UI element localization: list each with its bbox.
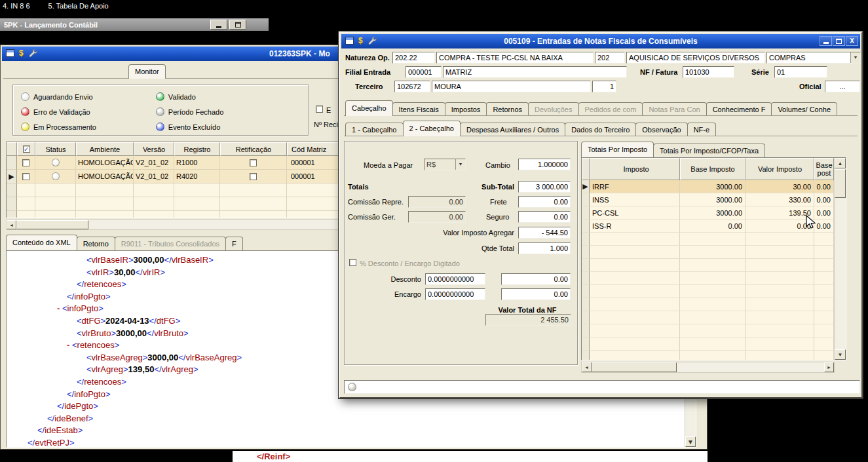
natureza-code2-field[interactable]: 202 xyxy=(595,52,625,64)
filial-code-field[interactable]: 000001 xyxy=(406,66,442,78)
terceiro-loja-field[interactable]: 1 xyxy=(592,81,616,92)
encargo-pct-field[interactable]: 0.0000000000 xyxy=(425,288,485,300)
scroll-down-icon[interactable]: ▼ xyxy=(835,349,846,360)
taxtab-totais-por-imposto-cfop-taxa[interactable]: Totais Por Imposto/CFOP/Taxa xyxy=(653,144,765,157)
tax-grid-row[interactable]: PC-CSL3000.00139.500.00 xyxy=(582,206,834,220)
desconto-valor-field[interactable]: 0.00 xyxy=(501,273,571,285)
subtab-1-cabe-alho[interactable]: 1 - Cabeçalho xyxy=(345,123,404,136)
tab-impostos[interactable]: Impostos xyxy=(445,102,487,116)
xml-value: 139,50 xyxy=(128,364,155,374)
chevron-down-icon[interactable]: ▼ xyxy=(455,159,465,170)
xml-tag: <dtFG> xyxy=(77,316,105,326)
desconto-digitado-checkbox[interactable] xyxy=(349,259,356,266)
tax-grid-row[interactable]: INSS3000.00330.000.00 xyxy=(582,193,834,206)
cambio-field[interactable]: 1.000000 xyxy=(518,159,571,170)
subtab-nf-e[interactable]: NF-e xyxy=(687,123,716,136)
row-selector xyxy=(582,206,590,220)
nf-fatura-field[interactable]: 101030 xyxy=(683,66,734,78)
column-header-valor-imposto[interactable]: Valor Imposto xyxy=(745,158,814,180)
close-button[interactable]: X xyxy=(846,36,858,46)
collapse-toggle[interactable]: - xyxy=(57,303,62,313)
tab-devolu-es: Devoluções xyxy=(528,102,578,116)
tipo-compras-dropdown[interactable]: COMPRAS ▼ xyxy=(766,52,861,64)
maximize-button[interactable] xyxy=(833,36,845,46)
nf-window-titlebar[interactable]: $ 005109 - Entradas de Notas Fiscais de … xyxy=(341,34,860,48)
scrollbar-thumb[interactable] xyxy=(835,169,846,198)
tab-cabe-alho[interactable]: Cabeçalho xyxy=(345,100,393,116)
tab-conhecimento-f[interactable]: Conhecimento F xyxy=(706,102,772,116)
column-header-ambiente[interactable]: Ambiente xyxy=(76,142,134,156)
terceiro-code-field[interactable]: 102672 xyxy=(394,81,430,92)
side-checkbox-label: E xyxy=(326,106,331,114)
subtab-2-cabe-alho[interactable]: 2 - Cabeçalho xyxy=(403,121,461,136)
imposto-cell: INSS xyxy=(590,193,680,206)
subtab-dados-do-terceiro[interactable]: Dados do Terceiro xyxy=(565,123,636,136)
terceiro-desc-field[interactable]: MOURA xyxy=(432,81,591,92)
retificacao-cell[interactable] xyxy=(220,170,287,183)
desconto-digitado-label: % Desconto / Encargo Digitado xyxy=(360,260,460,267)
maximize-button[interactable] xyxy=(229,20,246,29)
row-selector xyxy=(582,220,590,233)
minimize-button[interactable] xyxy=(210,20,227,29)
column-header-status[interactable]: Status xyxy=(35,142,76,156)
retificacao-cell[interactable] xyxy=(220,156,287,170)
status-dot-icon xyxy=(52,172,60,180)
tab-f[interactable]: F xyxy=(225,237,243,250)
tab-itens-fiscais[interactable]: Itens Fiscais xyxy=(392,102,445,116)
tax-grid-row[interactable]: ISS-R0.000.000.00 xyxy=(582,220,834,233)
taxtab-totais-por-imposto[interactable]: Totais Por Imposto xyxy=(581,142,654,157)
row-checkbox-cell[interactable] xyxy=(17,156,35,170)
filial-desc-field[interactable]: MATRIZ xyxy=(443,66,627,78)
menu-item-in86[interactable]: 4. IN 8 6 xyxy=(3,2,30,10)
column-header-registro[interactable]: Registro xyxy=(174,142,220,156)
tab-volumes-conhe[interactable]: Volumes/ Conhe xyxy=(771,102,837,116)
serie-field[interactable]: 01 xyxy=(774,66,827,78)
encargo-valor-field[interactable]: 0.00 xyxy=(501,288,571,300)
tab-retorno[interactable]: Retorno xyxy=(77,237,115,250)
moeda-dropdown[interactable]: R$ ▼ xyxy=(424,159,466,170)
subtab-observa-o[interactable]: Observação xyxy=(635,123,687,136)
scroll-right-icon[interactable]: ► xyxy=(824,362,834,372)
qtde-total-field[interactable]: 1.000 xyxy=(518,242,571,254)
scroll-left-icon[interactable]: ◄ xyxy=(582,362,592,372)
column-header-base-imposto[interactable]: Base Imposto xyxy=(680,158,745,180)
tab-conte-do-do-xml[interactable]: Conteúdo do XML xyxy=(6,235,77,250)
imposto-agregar-field[interactable]: - 544.50 xyxy=(518,227,571,239)
row-checkbox-cell[interactable] xyxy=(17,170,35,183)
tax-hscrollbar[interactable]: ◄ ► xyxy=(581,362,835,373)
desconto-pct-field[interactable]: 0.0000000000 xyxy=(425,273,485,285)
seguro-field[interactable]: 0.00 xyxy=(518,211,571,223)
scrollbar-thumb[interactable] xyxy=(16,220,88,229)
scrollbar-thumb[interactable] xyxy=(592,362,677,372)
column-header-retifica-o[interactable]: Retificação xyxy=(220,142,287,156)
select-all-header[interactable] xyxy=(17,142,35,156)
side-checkbox[interactable] xyxy=(316,106,323,113)
total-nf-field: 2 455.50 xyxy=(485,314,571,326)
scroll-up-icon[interactable]: ▲ xyxy=(835,158,846,168)
chevron-down-icon[interactable]: ▼ xyxy=(850,52,860,63)
oficial-picker-button[interactable]: ... xyxy=(825,81,860,92)
scroll-left-icon[interactable]: ◄ xyxy=(7,220,16,229)
subtab-despesas-auxiliares-outros[interactable]: Despesas Auxiliares / Outros xyxy=(460,123,565,136)
natureza-code-field[interactable]: 202.22 xyxy=(392,52,435,64)
column-header-base-post[interactable]: Base post xyxy=(814,158,834,180)
collapse-toggle[interactable]: - xyxy=(67,340,72,350)
tab-monitor[interactable]: Monitor xyxy=(128,64,166,79)
minimize-button[interactable] xyxy=(820,36,832,46)
frete-field[interactable]: 0.00 xyxy=(518,196,571,208)
frete-label: Frete xyxy=(490,198,507,206)
tax-grid-row[interactable]: ▶IRRF3000.0030.000.00 xyxy=(582,180,834,193)
tax-vscrollbar[interactable]: ▲ ▼ xyxy=(834,158,846,360)
menu-item-tabela-apoio[interactable]: 5. Tabela De Apoio xyxy=(48,2,109,10)
xml-tag: </vlrBruto> xyxy=(147,328,189,338)
subtotal-field[interactable]: 3 000.000 xyxy=(518,181,571,193)
tab-retornos[interactable]: Retornos xyxy=(486,102,529,116)
column-header-imposto[interactable]: Imposto xyxy=(590,158,680,180)
tax-grid-empty-row xyxy=(582,337,834,351)
natureza-desc-field[interactable]: COMPRA - TESTE PC-CSL NA BAIXA xyxy=(436,52,594,64)
column-header-vers-o[interactable]: Versão xyxy=(134,142,174,156)
natureza-desc2-field[interactable]: AQUISICAO DE SERVIÇOS DIVERSOS xyxy=(626,52,765,64)
ambiente-cell: HOMOLOGAÇÃO xyxy=(76,156,134,170)
scroll-down-icon[interactable]: ▼ xyxy=(685,436,696,447)
outer-window-titlebar[interactable]: 5PK - Lançamento Contábil xyxy=(0,18,269,31)
